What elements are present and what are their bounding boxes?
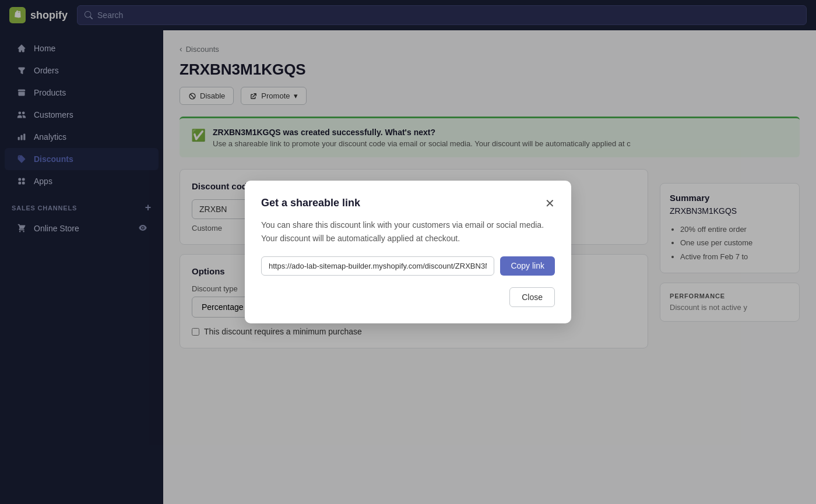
modal-close-button[interactable]: ✕ <box>545 198 555 209</box>
modal-close-btn-footer[interactable]: Close <box>509 287 555 307</box>
modal-overlay: Get a shareable link ✕ You can share thi… <box>0 0 816 504</box>
modal-title: Get a shareable link <box>261 197 360 209</box>
shareable-link-input[interactable] <box>261 256 494 276</box>
modal-footer: Close <box>261 287 555 307</box>
modal-header: Get a shareable link ✕ <box>261 197 555 209</box>
modal-input-row: Copy link <box>261 256 555 276</box>
shareable-link-modal: Get a shareable link ✕ You can share thi… <box>245 181 571 323</box>
copy-link-button[interactable]: Copy link <box>500 256 555 276</box>
modal-body: You can share this discount link with yo… <box>261 218 555 245</box>
